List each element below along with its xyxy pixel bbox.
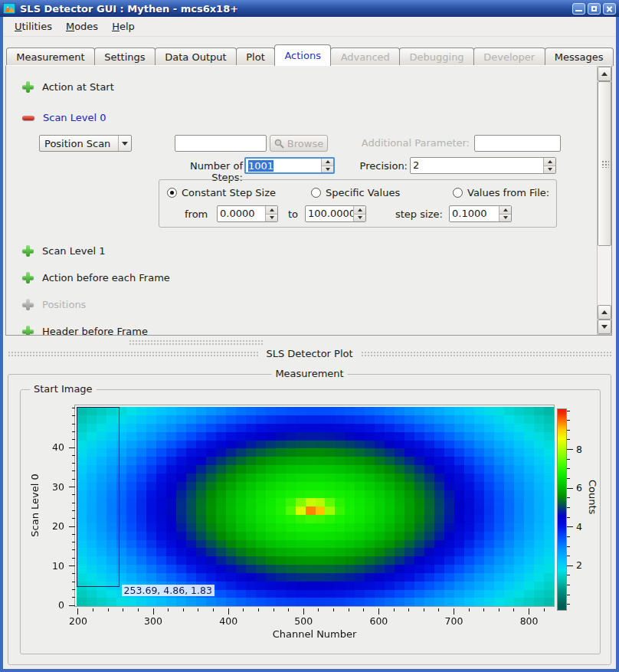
tab-developer: Developer [473, 48, 545, 66]
from-down-button[interactable] [266, 215, 277, 222]
constant-step-size-radio[interactable]: Constant Step Size [167, 186, 276, 198]
expand-plus-icon[interactable] [22, 326, 34, 336]
radio-off-icon[interactable] [453, 188, 463, 198]
additional-parameter-input[interactable] [474, 135, 561, 152]
step-up-button[interactable] [499, 206, 511, 215]
scan-level-1-label: Scan Level 1 [42, 245, 105, 257]
x-axis-title: Channel Number [76, 628, 553, 640]
window-border-bottom [0, 669, 619, 672]
specific-values-radio[interactable]: Specific Values [311, 186, 400, 198]
constant-step-size-label: Constant Step Size [182, 187, 276, 198]
number-of-steps-spinbox[interactable]: 1001 [244, 157, 335, 174]
y-axis-title: Scan Level 0 [29, 464, 41, 548]
menu-utilities[interactable]: Utilities [8, 18, 59, 34]
radio-on-icon[interactable] [167, 188, 177, 198]
zoom-selection-rect [77, 407, 120, 587]
window-border-right [616, 17, 619, 669]
browse-button-label: Browse [287, 138, 323, 149]
tab-settings[interactable]: Settings [94, 48, 156, 66]
scan-level-0-label: Scan Level 0 [43, 112, 106, 123]
values-from-file-radio[interactable]: Values from File: [453, 186, 549, 198]
expand-plus-icon[interactable] [22, 245, 34, 257]
splitter-dots-left [8, 351, 258, 356]
tab-measurement[interactable]: Measurement [6, 48, 95, 66]
expand-plus-icon[interactable] [22, 81, 34, 93]
precision-value: 2 [411, 158, 543, 173]
expand-plus-icon[interactable] [22, 272, 34, 284]
window-title: SLS Detector GUI : Mythen - mcs6x18+ [20, 3, 570, 15]
title-bar[interactable]: SLS Detector GUI : Mythen - mcs6x18+ [0, 0, 619, 17]
measurement-group-title: Measurement [271, 368, 347, 379]
splitter-handle[interactable]: SLS Detector Plot [3, 336, 616, 365]
menu-help[interactable]: Help [105, 18, 142, 34]
to-down-button[interactable] [354, 215, 365, 222]
scrollbar-thumb[interactable] [598, 81, 611, 246]
action-before-frame-row: Action before each Frame [22, 271, 170, 284]
tab-advanced: Advanced [330, 48, 400, 66]
step-mode-groupbox: Constant Step Size Specific Values Value… [159, 179, 557, 228]
splitter-grip-dots [129, 339, 263, 345]
x-axis-tick-labels: 200300400500600700800 [76, 615, 553, 628]
values-from-file-label: Values from File: [467, 187, 549, 198]
plot-panel: Measurement Start Image 253.69, 4.86, 1.… [3, 365, 616, 669]
minimize-button[interactable] [572, 3, 585, 15]
from-spinbox[interactable]: 0.0000 [217, 205, 278, 222]
step-size-label: step size: [395, 208, 443, 220]
scan-mode-value: Position Scan [40, 138, 118, 149]
tab-messages[interactable]: Messages [545, 48, 614, 66]
heatmap-plot-canvas[interactable]: 253.69, 4.86, 1.83 [74, 405, 555, 607]
collapse-minus-icon[interactable] [22, 112, 34, 123]
precision-down-button[interactable] [544, 166, 555, 174]
maximize-button[interactable] [588, 3, 601, 15]
magnifier-icon [274, 139, 284, 149]
app-icon [3, 3, 15, 14]
cursor-readout: 253.69, 4.86, 1.83 [122, 585, 215, 596]
scroll-up-button[interactable] [598, 67, 611, 81]
menu-modes[interactable]: Modes [59, 18, 105, 34]
tab-bar: Measurement Settings Data Output Plot Ac… [6, 44, 613, 66]
splitter-dots-right [361, 351, 611, 356]
radio-off-icon[interactable] [311, 188, 321, 198]
colorbar-ticks [567, 408, 574, 609]
y-axis-tick-labels: 010203040 [44, 406, 66, 605]
arrow-up-icon [601, 72, 608, 76]
action-before-frame-label: Action before each Frame [42, 272, 170, 284]
scroll-down-button[interactable] [598, 320, 611, 334]
close-button[interactable] [603, 3, 616, 15]
number-of-steps-value: 1001 [248, 160, 273, 172]
steps-down-button[interactable] [322, 166, 333, 173]
tab-data-output[interactable]: Data Output [155, 48, 237, 66]
script-path-input[interactable] [175, 135, 267, 152]
to-label: to [288, 208, 298, 220]
step-size-spinbox[interactable]: 0.1000 [449, 205, 512, 222]
vertical-scrollbar[interactable] [597, 66, 612, 335]
positions-label: Positions [42, 299, 86, 310]
scroll-up-button-2[interactable] [598, 305, 611, 320]
scan-level-0-row: Scan Level 0 [22, 111, 106, 123]
x-axis-ticks [76, 608, 553, 615]
precision-up-button[interactable] [544, 158, 555, 166]
from-up-button[interactable] [266, 206, 277, 215]
tab-debugging: Debugging [399, 48, 474, 66]
steps-up-button[interactable] [322, 159, 333, 166]
scan-mode-combobox[interactable]: Position Scan [39, 135, 132, 152]
precision-spinbox[interactable]: 2 [410, 157, 556, 174]
to-spinbox[interactable]: 100.0000 [305, 205, 366, 222]
y-axis-ticks [68, 406, 75, 605]
step-down-button[interactable] [499, 215, 511, 222]
browse-button: Browse [270, 135, 328, 152]
expand-plus-icon-disabled [22, 299, 34, 310]
arrow-up-icon [601, 310, 608, 314]
step-size-value: 0.1000 [450, 206, 499, 221]
tab-actions[interactable]: Actions [274, 44, 331, 66]
from-label: from [185, 208, 208, 220]
chevron-down-icon [118, 136, 131, 151]
action-at-start-row: Action at Start [22, 80, 114, 93]
to-value: 100.0000 [306, 206, 353, 221]
positions-row: Positions [22, 298, 86, 310]
grip-dots-icon [601, 160, 609, 168]
to-up-button[interactable] [354, 206, 365, 215]
actions-tab-pane: Action at Start Scan Level 0 Position Sc… [5, 65, 612, 336]
heatmap-image[interactable] [77, 407, 554, 606]
tab-plot[interactable]: Plot [236, 48, 275, 66]
